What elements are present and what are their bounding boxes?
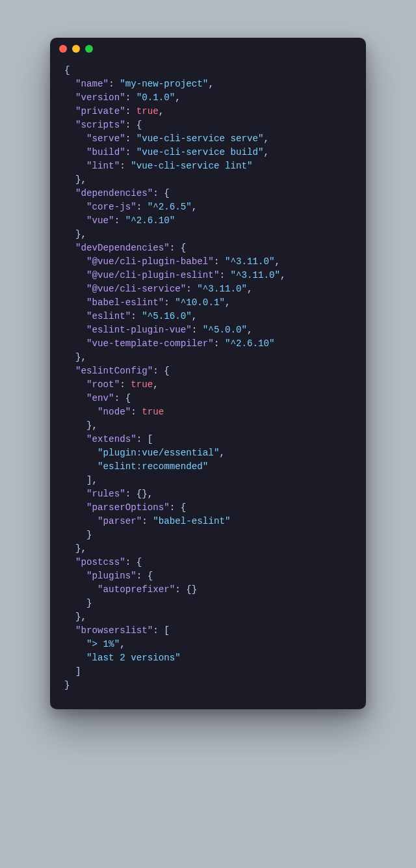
window-titlebar xyxy=(50,38,366,60)
terminal-window: { "name": "my-new-project", "version": "… xyxy=(50,38,366,709)
minimize-icon[interactable] xyxy=(72,45,80,53)
close-icon[interactable] xyxy=(59,45,67,53)
zoom-icon[interactable] xyxy=(85,45,93,53)
code-content: { "name": "my-new-project", "version": "… xyxy=(50,60,366,695)
